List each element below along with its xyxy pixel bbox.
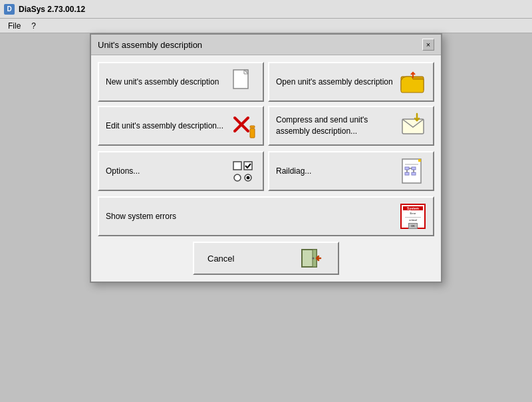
raildiag-button[interactable]: Raildiag... [268, 151, 434, 191]
sys-err-title: System [403, 206, 423, 210]
show-errors-row: Show system errors System Error——————cri… [98, 196, 434, 236]
cancel-row: Cancel [98, 242, 434, 275]
raildiag-label: Raildiag... [276, 166, 400, 177]
options-label: Options... [106, 166, 229, 177]
svg-rect-17 [405, 167, 409, 170]
dialog-close-button[interactable]: × [422, 39, 434, 51]
svg-rect-10 [233, 162, 241, 170]
button-grid-top: New unit's assembly description Open uni… [98, 62, 434, 146]
new-assembly-label: New unit's assembly description [106, 77, 229, 88]
svg-rect-7 [250, 128, 255, 138]
show-errors-label: Show system errors [106, 211, 400, 222]
sys-err-body: Error——————critical [405, 212, 421, 222]
svg-point-14 [247, 176, 250, 180]
system-error-icon: System Error——————critical OK [400, 203, 426, 230]
raildiag-icon [400, 158, 426, 184]
menu-file[interactable]: File [3, 20, 26, 32]
cancel-button[interactable]: Cancel [193, 242, 339, 275]
open-assembly-label: Open unit's assembly description [276, 77, 400, 88]
show-errors-button[interactable]: Show system errors System Error——————cri… [98, 196, 434, 236]
app-title: DiaSys 2.73.00.12 [19, 5, 85, 14]
new-assembly-button[interactable]: New unit's assembly description [98, 62, 264, 102]
dialog-title-bar: Unit's assembly description × [91, 35, 441, 55]
svg-rect-8 [250, 126, 255, 128]
svg-rect-20 [412, 172, 416, 175]
dialog: Unit's assembly description × New unit's… [90, 33, 442, 283]
cancel-icon [301, 248, 325, 268]
title-bar: D DiaSys 2.73.00.12 [0, 0, 532, 19]
dialog-title: Unit's assembly description [98, 40, 202, 50]
svg-marker-24 [418, 159, 421, 162]
dialog-content: New unit's assembly description Open uni… [91, 55, 441, 282]
edit-icon [229, 112, 256, 139]
new-file-icon [229, 69, 256, 95]
options-button[interactable]: Options... [98, 151, 264, 191]
sys-err-ok: OK [408, 223, 418, 229]
svg-rect-15 [402, 159, 421, 183]
compress-icon [400, 112, 426, 139]
compress-send-button[interactable]: Compress and send unit's assembly descri… [268, 106, 434, 146]
options-icon [229, 158, 256, 184]
open-folder-icon [400, 69, 426, 95]
menu-bar: File ? [0, 19, 532, 33]
svg-point-27 [313, 258, 315, 260]
edit-assembly-label: Edit unit's assembly description... [106, 120, 229, 132]
edit-assembly-button[interactable]: Edit unit's assembly description... [98, 106, 264, 146]
svg-rect-0 [233, 70, 248, 89]
cancel-label: Cancel [207, 254, 234, 264]
app-icon: D [4, 4, 15, 15]
svg-rect-11 [244, 162, 252, 170]
button-grid-middle: Options... [98, 151, 434, 191]
svg-rect-18 [412, 167, 416, 170]
open-assembly-button[interactable]: Open unit's assembly description [268, 62, 434, 102]
svg-point-12 [234, 174, 241, 181]
svg-rect-19 [405, 172, 409, 175]
compress-send-label: Compress and send unit's assembly descri… [276, 114, 400, 137]
menu-help[interactable]: ? [26, 20, 41, 32]
